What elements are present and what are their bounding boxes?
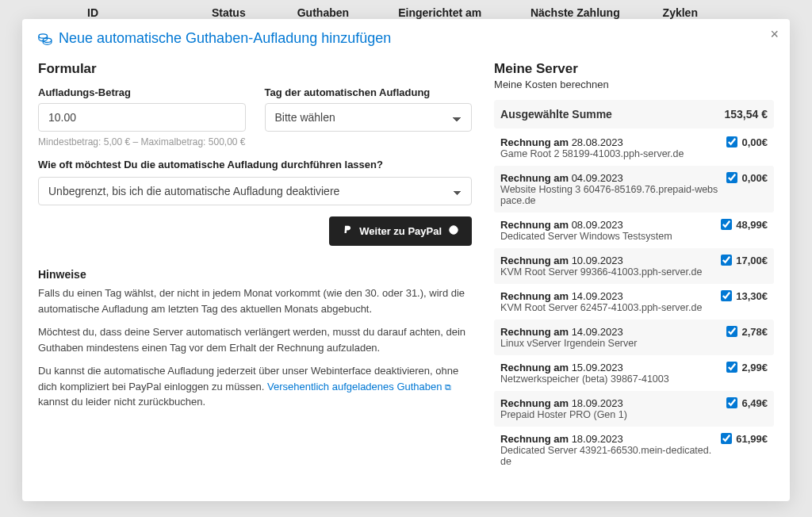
server-item-info: Rechnung am 18.09.2023Dedicated Server 4…: [500, 433, 721, 467]
server-item-info: Rechnung am 08.09.2023Dedicated Server W…: [500, 219, 721, 242]
server-select-checkbox[interactable]: [726, 397, 737, 408]
server-bill-date: 04.09.2023: [572, 172, 623, 184]
server-item: Rechnung am 18.09.2023Prepaid Hoster PRO…: [494, 391, 774, 427]
server-price: 13,30€: [736, 290, 768, 302]
form-heading: Formular: [38, 61, 472, 77]
server-item-price-wrap: 17,00€: [721, 255, 768, 278]
svg-point-0: [39, 33, 48, 37]
server-list: Rechnung am 28.08.2023Game Root 2 58199-…: [494, 130, 774, 473]
hint-paragraph-1: Falls du einen Tag wählst, der nicht in …: [38, 285, 472, 316]
server-select-checkbox[interactable]: [726, 136, 737, 147]
server-bill-date: 15.09.2023: [572, 362, 623, 373]
server-bill-date: 14.09.2023: [572, 290, 623, 302]
bill-prefix: Rechnung am: [500, 290, 572, 302]
server-item: Rechnung am 14.09.2023Linux vServer Irge…: [494, 320, 774, 355]
amount-group: Aufladungs-Betrag: [38, 86, 246, 132]
server-item-info: Rechnung am 28.08.2023Game Root 2 58199-…: [500, 136, 726, 159]
arrow-circle-right-icon: [448, 224, 459, 238]
bill-prefix: Rechnung am: [500, 397, 572, 409]
server-billing-line: Rechnung am 04.09.2023: [500, 172, 720, 184]
server-name: Dedicated Server 43921-66530.mein-dedica…: [500, 445, 714, 467]
bill-prefix: Rechnung am: [500, 136, 572, 148]
day-select[interactable]: Bitte wählen: [265, 103, 473, 132]
bill-prefix: Rechnung am: [500, 255, 572, 266]
bill-prefix: Rechnung am: [500, 172, 572, 184]
form-column: Formular Aufladungs-Betrag Tag der autom…: [38, 52, 472, 490]
server-price: 0,00€: [741, 136, 768, 148]
bill-prefix: Rechnung am: [500, 326, 572, 338]
server-name: Prepaid Hoster PRO (Gen 1): [500, 409, 720, 420]
frequency-select[interactable]: Unbegrenzt, bis ich die automatische Auf…: [38, 177, 472, 205]
accidental-topup-link[interactable]: Versehentlich aufgeladenes Guthaben ⧉: [267, 381, 451, 393]
server-select-checkbox[interactable]: [726, 362, 737, 373]
server-name: Game Root 2 58199-41003.pph-server.de: [500, 148, 720, 159]
hints-heading: Hinweise: [38, 268, 472, 281]
server-bill-date: 18.09.2023: [572, 397, 623, 409]
server-item-price-wrap: 6,49€: [726, 397, 768, 420]
server-select-checkbox[interactable]: [721, 433, 732, 444]
modal-title: Neue automatische Guthaben-Aufladung hin…: [59, 30, 391, 47]
continue-paypal-button[interactable]: Weiter zu PayPal: [329, 216, 472, 246]
server-select-checkbox[interactable]: [721, 219, 732, 230]
server-name: KVM Root Server 99366-41003.pph-server.d…: [500, 266, 714, 278]
server-name: KVM Root Server 62457-41003.pph-server.d…: [500, 302, 714, 313]
hints-section: Hinweise Falls du einen Tag wählst, der …: [38, 246, 472, 410]
selected-sum-value: 153,54 €: [725, 108, 768, 121]
server-bill-date: 18.09.2023: [572, 433, 623, 445]
amount-limits-text: Mindestbetrag: 5,00 € – Maximalbetrag: 5…: [38, 136, 472, 147]
server-item: Rechnung am 10.09.2023KVM Root Server 99…: [494, 248, 774, 284]
server-bill-date: 08.09.2023: [572, 219, 623, 231]
server-name: Linux vServer Irgendein Server: [500, 338, 720, 349]
server-bill-date: 10.09.2023: [572, 255, 623, 266]
server-select-checkbox[interactable]: [726, 172, 737, 183]
server-billing-line: Rechnung am 28.08.2023: [500, 136, 720, 148]
server-select-checkbox[interactable]: [726, 326, 737, 337]
server-billing-line: Rechnung am 18.09.2023: [500, 397, 720, 409]
server-billing-line: Rechnung am 14.09.2023: [500, 290, 714, 302]
bill-prefix: Rechnung am: [500, 362, 572, 373]
server-billing-line: Rechnung am 18.09.2023: [500, 433, 714, 445]
add-auto-topup-modal: Neue automatische Guthaben-Aufladung hin…: [22, 19, 790, 501]
close-button[interactable]: ×: [770, 27, 779, 41]
modal-body: Formular Aufladungs-Betrag Tag der autom…: [22, 52, 790, 501]
server-billing-line: Rechnung am 14.09.2023: [500, 326, 720, 338]
form-row-amount-day: Aufladungs-Betrag Tag der automatischen …: [38, 86, 472, 132]
server-price: 61,99€: [736, 433, 768, 445]
hint-paragraph-3: Du kannst die automatische Aufladung jed…: [38, 363, 472, 410]
server-item-info: Rechnung am 14.09.2023KVM Root Server 62…: [500, 290, 721, 313]
servers-column: Meine Server Meine Kosten berechnen Ausg…: [494, 52, 774, 490]
bill-prefix: Rechnung am: [500, 433, 572, 445]
server-item-price-wrap: 0,00€: [726, 172, 768, 206]
server-billing-line: Rechnung am 10.09.2023: [500, 255, 714, 266]
server-item-price-wrap: 48,99€: [721, 219, 768, 242]
server-item-info: Rechnung am 04.09.2023Website Hosting 3 …: [500, 172, 726, 206]
server-price: 48,99€: [736, 219, 768, 231]
server-price: 17,00€: [736, 255, 768, 266]
paypal-icon: [342, 224, 353, 238]
external-link-icon: ⧉: [445, 382, 451, 392]
server-item-price-wrap: 2,99€: [726, 362, 768, 385]
server-item-info: Rechnung am 10.09.2023KVM Root Server 99…: [500, 255, 721, 278]
modal-title-wrap: Neue automatische Guthaben-Aufladung hin…: [38, 30, 391, 47]
server-name: Netzwerkspeicher (beta) 39867-41003: [500, 373, 720, 385]
continue-paypal-label: Weiter zu PayPal: [359, 225, 442, 237]
server-select-checkbox[interactable]: [721, 255, 732, 266]
server-name: Website Hosting 3 60476-85169.76.prepaid…: [500, 184, 720, 206]
day-label: Tag der automatischen Aufladung: [265, 86, 473, 98]
server-bill-date: 14.09.2023: [572, 326, 623, 338]
server-select-checkbox[interactable]: [721, 290, 732, 301]
amount-label: Aufladungs-Betrag: [38, 86, 246, 98]
server-item: Rechnung am 08.09.2023Dedicated Server W…: [494, 213, 774, 248]
server-item: Rechnung am 04.09.2023Website Hosting 3 …: [494, 166, 774, 213]
server-item-info: Rechnung am 18.09.2023Prepaid Hoster PRO…: [500, 397, 726, 420]
server-item-price-wrap: 61,99€: [721, 433, 768, 467]
amount-input[interactable]: [38, 103, 246, 132]
coins-icon: [38, 33, 52, 45]
server-billing-line: Rechnung am 08.09.2023: [500, 219, 714, 231]
server-billing-line: Rechnung am 15.09.2023: [500, 362, 720, 373]
server-item-price-wrap: 0,00€: [726, 136, 768, 159]
server-item-price-wrap: 2,78€: [726, 326, 768, 349]
modal-header: Neue automatische Guthaben-Aufladung hin…: [22, 19, 790, 52]
server-item-info: Rechnung am 14.09.2023Linux vServer Irge…: [500, 326, 726, 349]
server-item: Rechnung am 14.09.2023KVM Root Server 62…: [494, 284, 774, 320]
